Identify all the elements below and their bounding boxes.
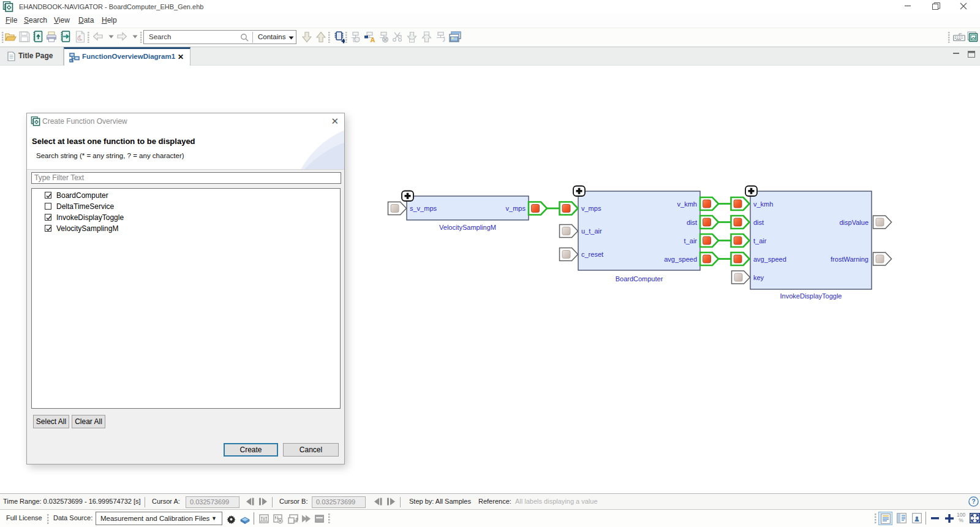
svg-text:dispValue: dispValue — [840, 219, 869, 226]
svg-text:u_t_air: u_t_air — [581, 227, 602, 235]
svg-text:frostWarning: frostWarning — [831, 256, 869, 263]
svg-text:dist: dist — [687, 219, 697, 226]
svg-text:?: ? — [971, 498, 975, 505]
svg-text:key: key — [753, 274, 764, 281]
svg-text:InvokeDisplayToggle: InvokeDisplayToggle — [780, 292, 842, 300]
svg-text:v_kmh: v_kmh — [677, 200, 697, 208]
svg-text:c_reset: c_reset — [581, 251, 603, 258]
svg-text:t_air: t_air — [753, 237, 767, 245]
svg-text:avg_speed: avg_speed — [753, 256, 786, 263]
svg-text:dist: dist — [753, 219, 764, 226]
svg-text:v_kmh: v_kmh — [753, 200, 773, 208]
svg-text:VelocitySamplingM: VelocitySamplingM — [439, 224, 496, 231]
svg-text:A: A — [371, 36, 375, 43]
svg-text:s_v_mps: s_v_mps — [410, 205, 437, 212]
svg-text:v_mps: v_mps — [506, 205, 526, 212]
svg-text:avg_speed: avg_speed — [664, 256, 697, 263]
svg-text:v_mps: v_mps — [581, 205, 601, 212]
svg-text:t_air: t_air — [684, 237, 698, 245]
svg-text:BoardComputer: BoardComputer — [616, 275, 663, 282]
